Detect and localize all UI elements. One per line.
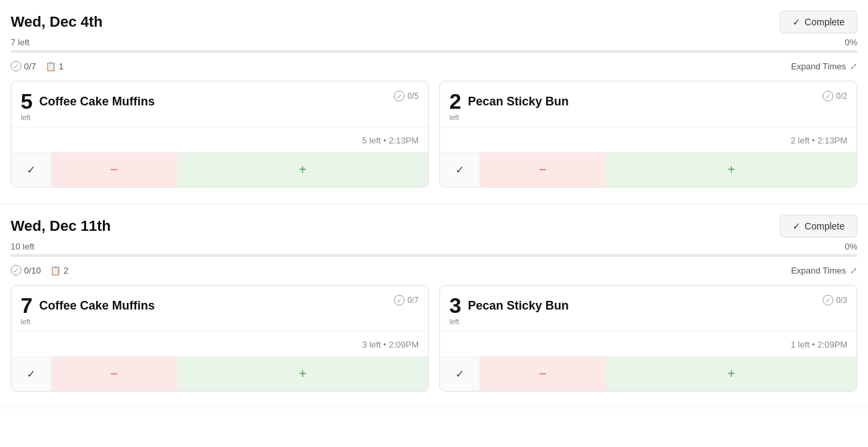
card-progress-label: ✓0/3 <box>823 295 847 306</box>
meta-docs: 📋2 <box>50 266 68 276</box>
meta-row: ✓0/10📋2Expand Times⤢ <box>11 265 857 276</box>
card-divider <box>11 127 428 127</box>
check-button[interactable]: ✓ <box>440 153 480 187</box>
card-time-row: 1 left • 2:09PM <box>440 336 857 356</box>
card-number-block: 3left <box>449 295 461 326</box>
doc-icon: 📋 <box>50 266 61 276</box>
card-number-name: 3leftPecan Sticky Bun <box>449 295 569 326</box>
expand-times-label: Expand Times <box>791 266 846 276</box>
check-button[interactable]: ✓ <box>11 153 51 187</box>
card-number-block: 2left <box>449 91 461 121</box>
card-time-row: 2 left • 2:13PM <box>440 131 857 152</box>
card-number-block: 5left <box>21 91 33 121</box>
complete-label: Complete <box>805 17 845 27</box>
card-progress-label: ✓0/5 <box>394 91 419 101</box>
product-card-1: 2leftPecan Sticky Bun✓0/22 left • 2:13PM… <box>439 81 857 187</box>
section-title: Wed, Dec 11th <box>11 217 111 235</box>
meta-left: ✓0/7📋1 <box>11 61 63 71</box>
card-progress-label: ✓0/2 <box>823 91 847 101</box>
card-progress-label: ✓0/7 <box>394 295 419 306</box>
docs-count: 2 <box>63 266 68 276</box>
card-number-block: 7left <box>21 295 33 326</box>
complete-button[interactable]: ✓Complete <box>780 11 857 33</box>
doc-icon: 📋 <box>45 61 56 71</box>
card-divider <box>440 331 857 332</box>
complete-label: Complete <box>805 221 845 232</box>
section-dec11: Wed, Dec 11th✓Complete10 left0%✓0/10📋2Ex… <box>0 204 868 408</box>
expand-icon: ⤢ <box>850 61 857 71</box>
card-number: 7 <box>21 295 33 316</box>
card-divider <box>440 127 857 127</box>
card-time-row: 5 left • 2:13PM <box>11 131 428 152</box>
card-progress: 0/7 <box>407 296 419 305</box>
card-left-label: left <box>21 318 31 326</box>
cards-row: 5leftCoffee Cake Muffins✓0/55 left • 2:1… <box>11 81 857 187</box>
card-name: Coffee Cake Muffins <box>39 91 155 109</box>
card-number: 5 <box>21 91 33 112</box>
left-count: 7 left <box>11 37 29 47</box>
minus-button[interactable]: − <box>480 153 606 187</box>
minus-button[interactable]: − <box>480 357 606 391</box>
tasks-count: 0/10 <box>24 266 41 276</box>
checkmark-icon: ✓ <box>793 17 801 27</box>
expand-times-button[interactable]: Expand Times⤢ <box>791 61 857 71</box>
card-number: 2 <box>449 91 461 112</box>
section-header: Wed, Dec 11th✓Complete <box>11 215 857 238</box>
card-circle-icon: ✓ <box>823 295 833 306</box>
circle-check-icon: ✓ <box>11 61 21 71</box>
card-progress: 0/2 <box>836 91 847 101</box>
plus-button[interactable]: + <box>606 153 857 187</box>
card-top: 3leftPecan Sticky Bun✓0/3 <box>440 286 857 331</box>
plus-button[interactable]: + <box>606 357 857 391</box>
meta-left: ✓0/10📋2 <box>11 265 69 276</box>
card-number-name: 5leftCoffee Cake Muffins <box>21 91 155 121</box>
circle-check-icon: ✓ <box>11 265 21 276</box>
meta-tasks: ✓0/7 <box>11 61 36 71</box>
card-left-label: left <box>21 113 31 121</box>
progress-percent: 0% <box>845 37 857 47</box>
progress-row: 10 left0% <box>11 242 857 252</box>
meta-tasks: ✓0/10 <box>11 265 41 276</box>
progress-bar-container <box>11 254 857 257</box>
section-dec4: Wed, Dec 4th✓Complete7 left0%✓0/7📋1Expan… <box>0 0 868 204</box>
card-name: Pecan Sticky Bun <box>468 91 569 109</box>
card-actions: ✓−+ <box>440 356 857 391</box>
minus-button[interactable]: − <box>51 357 178 391</box>
checkmark-icon: ✓ <box>793 221 801 232</box>
plus-button[interactable]: + <box>178 153 428 187</box>
expand-icon: ⤢ <box>850 266 857 276</box>
card-top: 5leftCoffee Cake Muffins✓0/5 <box>11 81 428 127</box>
meta-row: ✓0/7📋1Expand Times⤢ <box>11 61 857 71</box>
docs-count: 1 <box>59 61 63 71</box>
card-circle-icon: ✓ <box>394 295 405 306</box>
card-number: 3 <box>449 295 461 316</box>
card-left-label: left <box>449 113 459 121</box>
card-time-row: 3 left • 2:09PM <box>11 336 428 356</box>
cards-row: 7leftCoffee Cake Muffins✓0/73 left • 2:0… <box>11 285 857 392</box>
product-card-0: 7leftCoffee Cake Muffins✓0/73 left • 2:0… <box>11 285 429 392</box>
card-divider <box>11 331 428 332</box>
section-title: Wed, Dec 4th <box>11 13 103 31</box>
progress-row: 7 left0% <box>11 37 857 47</box>
card-progress: 0/5 <box>407 91 419 101</box>
meta-docs: 📋1 <box>45 61 63 71</box>
card-number-name: 7leftCoffee Cake Muffins <box>21 295 155 326</box>
progress-percent: 0% <box>845 242 857 252</box>
minus-button[interactable]: − <box>51 153 178 187</box>
check-button[interactable]: ✓ <box>440 357 480 391</box>
card-actions: ✓−+ <box>11 152 428 187</box>
plus-button[interactable]: + <box>178 357 428 391</box>
card-number-name: 2leftPecan Sticky Bun <box>449 91 569 121</box>
tasks-count: 0/7 <box>24 61 36 71</box>
left-count: 10 left <box>11 242 34 252</box>
check-button[interactable]: ✓ <box>11 357 51 391</box>
card-actions: ✓−+ <box>440 152 857 187</box>
card-top: 2leftPecan Sticky Bun✓0/2 <box>440 81 857 127</box>
card-name: Pecan Sticky Bun <box>468 295 569 313</box>
section-header: Wed, Dec 4th✓Complete <box>11 11 857 33</box>
expand-times-button[interactable]: Expand Times⤢ <box>791 266 857 276</box>
card-top: 7leftCoffee Cake Muffins✓0/7 <box>11 286 428 331</box>
expand-times-label: Expand Times <box>791 61 846 71</box>
card-name: Coffee Cake Muffins <box>39 295 155 313</box>
complete-button[interactable]: ✓Complete <box>780 215 857 238</box>
